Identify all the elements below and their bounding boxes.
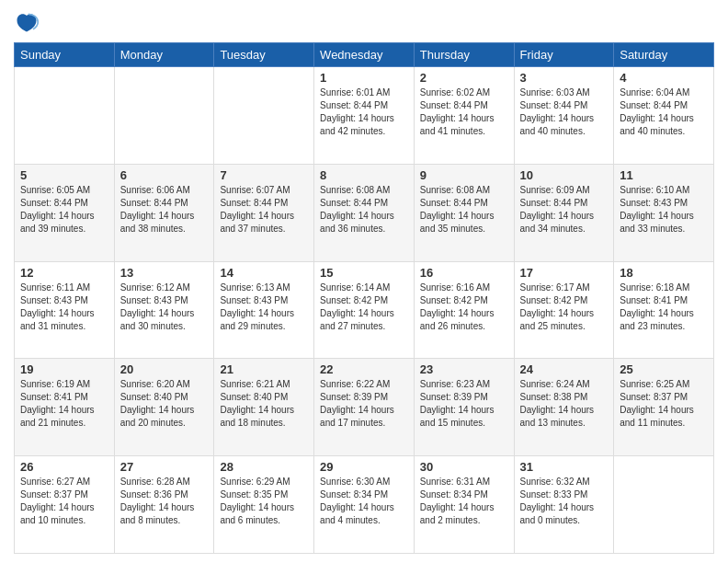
header-row: SundayMondayTuesdayWednesdayThursdayFrid…: [15, 43, 714, 67]
day-number: 25: [620, 362, 708, 376]
day-header-thursday: Thursday: [414, 43, 514, 67]
table-row: 20Sunrise: 6:20 AMSunset: 8:40 PMDayligh…: [114, 359, 214, 456]
day-info: Sunrise: 6:08 AMSunset: 8:44 PMDaylight:…: [420, 184, 508, 236]
day-info: Sunrise: 6:23 AMSunset: 8:39 PMDaylight:…: [420, 378, 508, 430]
day-header-saturday: Saturday: [614, 43, 714, 67]
table-row: 22Sunrise: 6:22 AMSunset: 8:39 PMDayligh…: [314, 359, 415, 456]
day-info: Sunrise: 6:12 AMSunset: 8:43 PMDaylight:…: [120, 282, 209, 333]
table-row: 29Sunrise: 6:30 AMSunset: 8:34 PMDayligh…: [314, 456, 415, 554]
day-info: Sunrise: 6:17 AMSunset: 8:42 PMDaylight:…: [520, 282, 609, 333]
table-row: 2Sunrise: 6:02 AMSunset: 8:44 PMDaylight…: [414, 67, 514, 165]
day-number: 11: [620, 168, 708, 182]
day-header-wednesday: Wednesday: [314, 43, 415, 67]
day-info: Sunrise: 6:07 AMSunset: 8:44 PMDaylight:…: [220, 184, 308, 236]
day-info: Sunrise: 6:13 AMSunset: 8:43 PMDaylight:…: [220, 282, 308, 333]
day-info: Sunrise: 6:08 AMSunset: 8:44 PMDaylight:…: [320, 184, 408, 236]
day-header-friday: Friday: [514, 43, 614, 67]
day-info: Sunrise: 6:21 AMSunset: 8:40 PMDaylight:…: [220, 378, 308, 430]
day-number: 17: [520, 266, 609, 280]
table-row: [114, 67, 214, 165]
day-number: 26: [20, 460, 108, 474]
day-number: 23: [420, 362, 508, 376]
calendar-page: SundayMondayTuesdayWednesdayThursdayFrid…: [0, 0, 728, 563]
day-info: Sunrise: 6:19 AMSunset: 8:41 PMDaylight:…: [20, 378, 108, 430]
day-number: 12: [20, 266, 108, 280]
calendar-week-1: 5Sunrise: 6:05 AMSunset: 8:44 PMDaylight…: [15, 164, 714, 261]
table-row: 25Sunrise: 6:25 AMSunset: 8:37 PMDayligh…: [614, 359, 714, 456]
day-info: Sunrise: 6:20 AMSunset: 8:40 PMDaylight:…: [120, 378, 209, 430]
day-number: 22: [320, 362, 408, 376]
day-info: Sunrise: 6:11 AMSunset: 8:43 PMDaylight:…: [20, 282, 108, 333]
day-number: 5: [20, 168, 108, 182]
table-row: 19Sunrise: 6:19 AMSunset: 8:41 PMDayligh…: [15, 359, 115, 456]
day-info: Sunrise: 6:32 AMSunset: 8:33 PMDaylight:…: [520, 476, 609, 527]
table-row: 14Sunrise: 6:13 AMSunset: 8:43 PMDayligh…: [214, 261, 314, 359]
day-info: Sunrise: 6:03 AMSunset: 8:44 PMDaylight:…: [520, 86, 609, 138]
day-header-tuesday: Tuesday: [214, 43, 314, 67]
day-number: 16: [420, 266, 508, 280]
day-info: Sunrise: 6:04 AMSunset: 8:44 PMDaylight:…: [620, 86, 708, 138]
table-row: 31Sunrise: 6:32 AMSunset: 8:33 PMDayligh…: [514, 456, 614, 554]
table-row: 12Sunrise: 6:11 AMSunset: 8:43 PMDayligh…: [15, 261, 115, 359]
day-info: Sunrise: 6:16 AMSunset: 8:42 PMDaylight:…: [420, 282, 508, 333]
table-row: 23Sunrise: 6:23 AMSunset: 8:39 PMDayligh…: [414, 359, 514, 456]
table-row: 30Sunrise: 6:31 AMSunset: 8:34 PMDayligh…: [414, 456, 514, 554]
day-number: 7: [220, 168, 308, 182]
calendar-week-4: 26Sunrise: 6:27 AMSunset: 8:37 PMDayligh…: [15, 456, 714, 554]
day-number: 31: [520, 460, 609, 474]
table-row: 3Sunrise: 6:03 AMSunset: 8:44 PMDaylight…: [514, 67, 614, 165]
day-info: Sunrise: 6:14 AMSunset: 8:42 PMDaylight:…: [320, 282, 408, 333]
day-info: Sunrise: 6:24 AMSunset: 8:38 PMDaylight:…: [520, 378, 609, 430]
table-row: 11Sunrise: 6:10 AMSunset: 8:43 PMDayligh…: [614, 164, 714, 261]
day-header-sunday: Sunday: [15, 43, 115, 67]
day-number: 14: [220, 266, 308, 280]
day-number: 10: [520, 168, 609, 182]
day-info: Sunrise: 6:27 AMSunset: 8:37 PMDaylight:…: [20, 476, 108, 527]
table-row: 7Sunrise: 6:07 AMSunset: 8:44 PMDaylight…: [214, 164, 314, 261]
day-info: Sunrise: 6:01 AMSunset: 8:44 PMDaylight:…: [320, 86, 408, 138]
day-number: 21: [220, 362, 308, 376]
day-info: Sunrise: 6:10 AMSunset: 8:43 PMDaylight:…: [620, 184, 708, 236]
day-number: 18: [620, 266, 708, 280]
day-number: 13: [120, 266, 209, 280]
day-info: Sunrise: 6:29 AMSunset: 8:35 PMDaylight:…: [220, 476, 308, 527]
day-number: 3: [520, 71, 609, 85]
day-number: 8: [320, 168, 408, 182]
day-info: Sunrise: 6:02 AMSunset: 8:44 PMDaylight:…: [420, 86, 508, 138]
table-row: 17Sunrise: 6:17 AMSunset: 8:42 PMDayligh…: [514, 261, 614, 359]
logo-icon: [14, 9, 40, 35]
day-number: 9: [420, 168, 508, 182]
table-row: 13Sunrise: 6:12 AMSunset: 8:43 PMDayligh…: [114, 261, 214, 359]
day-number: 2: [420, 71, 508, 85]
day-info: Sunrise: 6:06 AMSunset: 8:44 PMDaylight:…: [120, 184, 209, 236]
table-row: 4Sunrise: 6:04 AMSunset: 8:44 PMDaylight…: [614, 67, 714, 165]
calendar-week-0: 1Sunrise: 6:01 AMSunset: 8:44 PMDaylight…: [15, 67, 714, 165]
day-number: 1: [320, 71, 408, 85]
table-row: 1Sunrise: 6:01 AMSunset: 8:44 PMDaylight…: [314, 67, 415, 165]
day-number: 28: [220, 460, 308, 474]
table-row: 10Sunrise: 6:09 AMSunset: 8:44 PMDayligh…: [514, 164, 614, 261]
day-info: Sunrise: 6:18 AMSunset: 8:41 PMDaylight:…: [620, 282, 708, 333]
logo: [14, 9, 43, 35]
table-row: 16Sunrise: 6:16 AMSunset: 8:42 PMDayligh…: [414, 261, 514, 359]
table-row: 9Sunrise: 6:08 AMSunset: 8:44 PMDaylight…: [414, 164, 514, 261]
day-number: 24: [520, 362, 609, 376]
table-row: 6Sunrise: 6:06 AMSunset: 8:44 PMDaylight…: [114, 164, 214, 261]
day-number: 20: [120, 362, 209, 376]
calendar-week-2: 12Sunrise: 6:11 AMSunset: 8:43 PMDayligh…: [15, 261, 714, 359]
table-row: 26Sunrise: 6:27 AMSunset: 8:37 PMDayligh…: [15, 456, 115, 554]
day-header-monday: Monday: [114, 43, 214, 67]
day-number: 19: [20, 362, 108, 376]
table-row: 8Sunrise: 6:08 AMSunset: 8:44 PMDaylight…: [314, 164, 415, 261]
table-row: 15Sunrise: 6:14 AMSunset: 8:42 PMDayligh…: [314, 261, 415, 359]
table-row: 28Sunrise: 6:29 AMSunset: 8:35 PMDayligh…: [214, 456, 314, 554]
day-info: Sunrise: 6:22 AMSunset: 8:39 PMDaylight:…: [320, 378, 408, 430]
table-row: 24Sunrise: 6:24 AMSunset: 8:38 PMDayligh…: [514, 359, 614, 456]
table-row: [15, 67, 115, 165]
table-row: [214, 67, 314, 165]
table-row: 27Sunrise: 6:28 AMSunset: 8:36 PMDayligh…: [114, 456, 214, 554]
calendar-week-3: 19Sunrise: 6:19 AMSunset: 8:41 PMDayligh…: [15, 359, 714, 456]
day-info: Sunrise: 6:09 AMSunset: 8:44 PMDaylight:…: [520, 184, 609, 236]
table-row: 21Sunrise: 6:21 AMSunset: 8:40 PMDayligh…: [214, 359, 314, 456]
day-number: 30: [420, 460, 508, 474]
